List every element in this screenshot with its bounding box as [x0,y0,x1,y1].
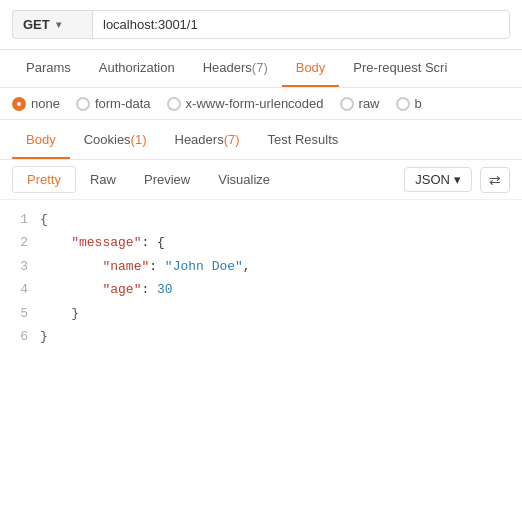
code-line-2: "message": { [40,231,510,254]
body-type-form-data[interactable]: form-data [76,96,151,111]
code-area: 1 2 3 4 5 6 { "message": { "name": "John… [0,200,522,356]
response-tabs: Body Cookies(1) Headers(7) Test Results [0,122,522,160]
body-type-urlencoded[interactable]: x-www-form-urlencoded [167,96,324,111]
code-line-1: { [40,208,510,231]
url-input[interactable] [92,10,510,39]
body-type-raw[interactable]: raw [340,96,380,111]
view-visualize[interactable]: Visualize [204,167,284,192]
code-line-4: "age": 30 [40,278,510,301]
radio-none [12,97,26,111]
tab-pre-request[interactable]: Pre-request Scri [339,50,461,87]
code-line-3: "name": "John Doe", [40,255,510,278]
format-select[interactable]: JSON ▾ [404,167,472,192]
headers-badge: (7) [252,60,268,75]
request-tabs: Params Authorization Headers(7) Body Pre… [0,50,522,88]
body-type-row: none form-data x-www-form-urlencoded raw… [0,88,522,120]
view-pretty[interactable]: Pretty [12,166,76,193]
radio-form-data [76,97,90,111]
code-lines: { "message": { "name": "John Doe", "age"… [40,208,522,348]
tab-body[interactable]: Body [282,50,340,87]
response-tab-headers[interactable]: Headers(7) [161,122,254,159]
url-bar: GET ▾ [0,0,522,50]
wrap-button[interactable]: ⇄ [480,167,510,193]
code-line-6: } [40,325,510,348]
body-type-none[interactable]: none [12,96,60,111]
tab-params[interactable]: Params [12,50,85,87]
tab-authorization[interactable]: Authorization [85,50,189,87]
method-select[interactable]: GET ▾ [12,10,92,39]
radio-b [396,97,410,111]
view-preview[interactable]: Preview [130,167,204,192]
response-tab-test-results[interactable]: Test Results [254,122,353,159]
radio-raw [340,97,354,111]
format-chevron: ▾ [454,172,461,187]
response-tab-body[interactable]: Body [12,122,70,159]
json-toolbar: Pretty Raw Preview Visualize JSON ▾ ⇄ [0,160,522,200]
method-chevron: ▾ [56,19,61,30]
tab-headers[interactable]: Headers(7) [189,50,282,87]
line-numbers: 1 2 3 4 5 6 [0,208,40,348]
code-line-5: } [40,302,510,325]
view-raw[interactable]: Raw [76,167,130,192]
resp-headers-badge: (7) [224,132,240,147]
response-tab-cookies[interactable]: Cookies(1) [70,122,161,159]
body-type-b[interactable]: b [396,96,422,111]
cookies-badge: (1) [131,132,147,147]
method-label: GET [23,17,50,32]
radio-urlencoded [167,97,181,111]
